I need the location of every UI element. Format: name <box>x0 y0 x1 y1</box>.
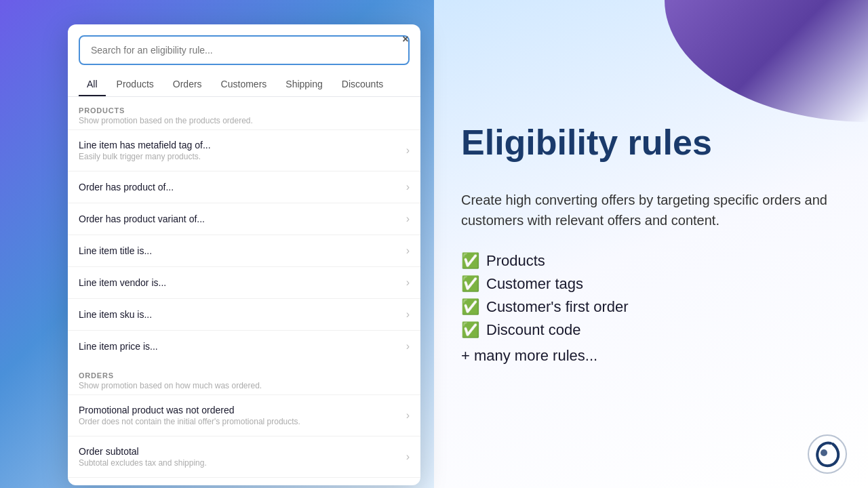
chevron-right-icon: › <box>406 340 410 352</box>
tabs-container: All Products Orders Customers Shipping D… <box>68 65 420 97</box>
orders-section-header: ORDERS Show promotion based on how much … <box>68 362 420 394</box>
check-icon: ✅ <box>461 252 479 270</box>
check-icon: ✅ <box>461 275 479 293</box>
feature-list: ✅ Products ✅ Customer tags ✅ Customer's … <box>461 252 827 344</box>
chevron-right-icon: › <box>406 451 410 463</box>
eligibility-description: Create high converting offers by targeti… <box>461 190 827 230</box>
chevron-right-icon: › <box>406 213 410 225</box>
chevron-right-icon: › <box>406 308 410 321</box>
tab-all[interactable]: All <box>79 73 106 96</box>
list-item: ✅ Products <box>461 252 827 270</box>
list-item[interactable]: Order has product variant of... › <box>68 203 420 235</box>
app-logo <box>807 434 848 474</box>
tab-discounts[interactable]: Discounts <box>334 73 391 96</box>
orders-section-desc: Show promotion based on how much was ord… <box>79 381 410 390</box>
tab-shipping[interactable]: Shipping <box>277 73 331 96</box>
products-section-title: PRODUCTS <box>79 106 410 115</box>
check-icon: ✅ <box>461 298 479 316</box>
list-item[interactable]: Line item title is... › <box>68 235 420 266</box>
search-container: × <box>68 24 420 65</box>
tab-customers[interactable]: Customers <box>213 73 275 96</box>
list-item[interactable]: Line item sku is... › <box>68 298 420 330</box>
search-input[interactable] <box>79 35 410 65</box>
check-icon: ✅ <box>461 321 479 339</box>
list-item[interactable]: Order has product of... › <box>68 171 420 203</box>
chevron-right-icon: › <box>406 245 410 257</box>
right-panel: Eligibility rules Create high converting… <box>434 0 868 488</box>
list-item: ✅ Customer's first order <box>461 298 827 316</box>
close-button[interactable]: × <box>396 30 415 49</box>
modal-content: PRODUCTS Show promotion based on the pro… <box>68 97 420 485</box>
list-item: ✅ Customer tags <box>461 275 827 293</box>
chevron-right-icon: › <box>406 144 410 157</box>
list-item[interactable]: Order subtotal Subtotal excludes tax and… <box>68 436 420 477</box>
chevron-right-icon: › <box>406 181 410 193</box>
list-item[interactable]: Line item has metafield tag of... Easily… <box>68 129 420 171</box>
more-rules-text: + many more rules... <box>461 347 827 365</box>
tab-products[interactable]: Products <box>108 73 162 96</box>
chevron-right-icon: › <box>406 409 410 422</box>
chevron-right-icon: › <box>406 277 410 289</box>
svg-point-1 <box>821 449 827 456</box>
orders-section-title: ORDERS <box>79 371 410 380</box>
close-icon: × <box>402 33 408 45</box>
tab-orders[interactable]: Orders <box>165 73 210 96</box>
list-item[interactable]: Line item price is... › <box>68 330 420 362</box>
list-item[interactable]: Line item vendor is... › <box>68 266 420 298</box>
svg-point-0 <box>808 435 846 473</box>
page-title: Eligibility rules <box>461 123 827 162</box>
list-item[interactable]: Order total Total includes tax and shipp… <box>68 477 420 485</box>
eligibility-rule-modal: × All Products Orders Customers Shipping… <box>68 24 420 485</box>
products-section-header: PRODUCTS Show promotion based on the pro… <box>68 97 420 129</box>
list-item: ✅ Discount code <box>461 321 827 339</box>
list-item[interactable]: Promotional product was not ordered Orde… <box>68 394 420 436</box>
products-section-desc: Show promotion based on the products ord… <box>79 116 410 125</box>
